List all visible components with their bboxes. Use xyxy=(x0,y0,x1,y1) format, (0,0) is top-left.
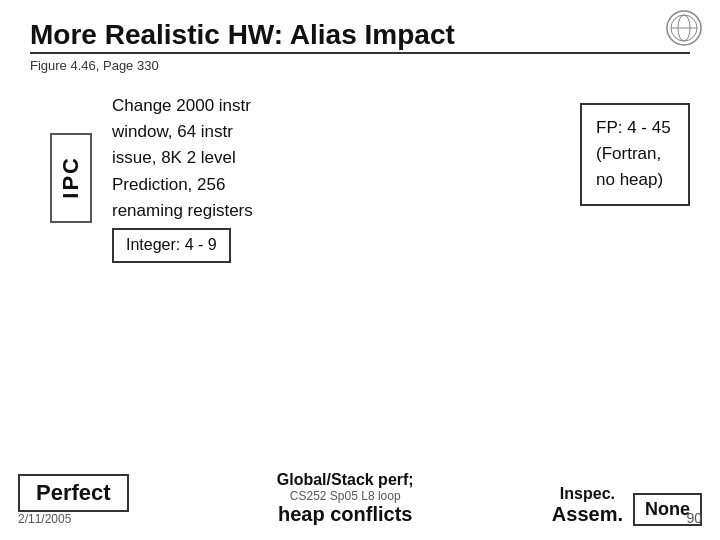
bottom-left-group: Perfect 2/11/2005 xyxy=(18,474,129,526)
content-area: IPC Change 2000 instrwindow, 64 instriss… xyxy=(50,93,690,264)
ipc-box: IPC xyxy=(50,133,92,223)
fp-box: FP: 4 - 45 (Fortran, no heap) xyxy=(580,103,690,206)
integer-badge: Integer: 4 - 9 xyxy=(112,228,231,263)
fp-line1: FP: 4 - 45 xyxy=(596,118,671,137)
fp-line3: no heap) xyxy=(596,170,663,189)
main-description: Change 2000 instrwindow, 64 instrissue, … xyxy=(112,93,560,264)
figure-caption: Figure 4.46, Page 330 xyxy=(30,58,690,73)
title-area: More Realistic HW: Alias Impact Figure 4… xyxy=(30,18,690,73)
fp-line2: (Fortran, xyxy=(596,144,661,163)
page-number: 90 xyxy=(686,510,702,526)
global-stack-label: Global/Stack perf; xyxy=(277,471,414,489)
bottom-middle: Global/Stack perf; CS252 Sp05 L8 loop he… xyxy=(139,471,552,526)
course-label: CS252 Sp05 L8 loop xyxy=(290,489,401,503)
ipc-label: IPC xyxy=(58,156,84,199)
perfect-box: Perfect xyxy=(18,474,129,512)
heap-label: heap conflicts xyxy=(278,503,412,526)
assem-label: Assem. xyxy=(552,503,623,526)
page-title: More Realistic HW: Alias Impact xyxy=(30,18,690,52)
page-container: More Realistic HW: Alias Impact Figure 4… xyxy=(0,0,720,540)
date-label: 2/11/2005 xyxy=(18,512,71,526)
logo-icon xyxy=(666,10,702,46)
inspec-label: Inspec. xyxy=(560,485,615,503)
bottom-bar: Perfect 2/11/2005 Global/Stack perf; CS2… xyxy=(0,471,720,526)
main-text-line1: Change 2000 instrwindow, 64 instrissue, … xyxy=(112,96,253,220)
bottom-inspec: Inspec. Assem. xyxy=(552,485,623,526)
title-underline xyxy=(30,52,690,54)
